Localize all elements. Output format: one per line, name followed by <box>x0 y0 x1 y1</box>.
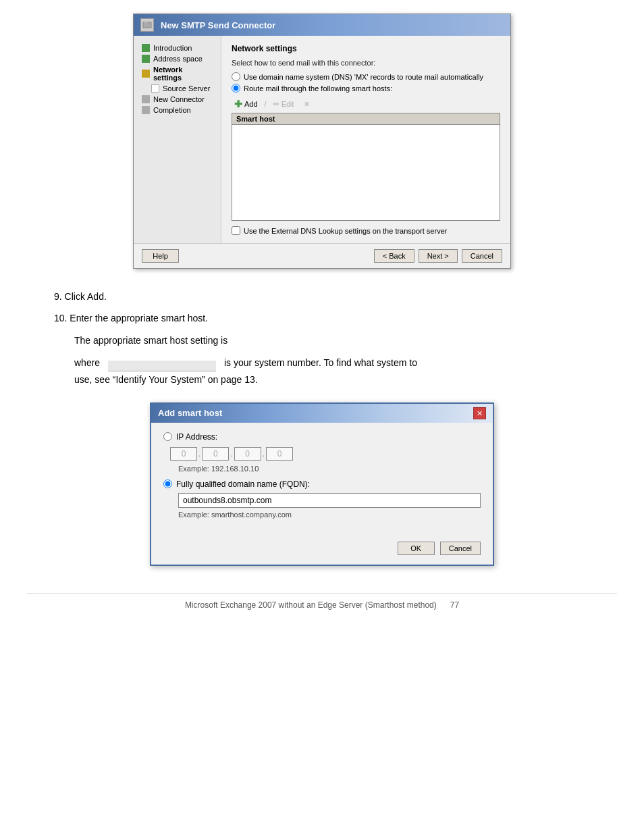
body-content: 9. Click Add. 10. Enter the appropriate … <box>27 289 617 389</box>
radio-smarthost[interactable] <box>232 84 240 93</box>
dialog-title: New SMTP Send Connector <box>161 20 275 30</box>
add-dialog-close[interactable]: ✕ <box>473 407 486 419</box>
add-dialog-titlebar: Add smart host ✕ <box>151 404 493 423</box>
help-button[interactable]: Help <box>142 249 179 263</box>
page-footer: Microsoft Exchange 2007 without an Edge … <box>27 593 617 610</box>
fqdn-example: Example: smarthost.company.com <box>178 511 481 519</box>
smarthost-listbox[interactable]: Smart host <box>232 113 500 221</box>
sidebar-item-address-space[interactable]: Address space <box>139 53 215 64</box>
connector-icon <box>142 95 150 103</box>
next-button[interactable]: Next > <box>419 249 458 263</box>
edit-button[interactable]: ✏ Edit <box>271 99 297 109</box>
where-line3: use, see “Identify Your System” on page … <box>74 374 258 385</box>
intro-icon <box>142 44 150 52</box>
add-button[interactable]: ✚ Add <box>232 98 261 110</box>
ip-field-4[interactable] <box>266 447 293 461</box>
external-dns-checkbox[interactable] <box>232 226 240 235</box>
smtp-dialog-wrapper: New SMTP Send Connector Introduction Add… <box>27 14 617 269</box>
ip-dot-1: . <box>197 449 202 459</box>
network-icon <box>142 70 150 78</box>
ok-button[interactable]: OK <box>398 542 435 555</box>
delete-button[interactable]: ✕ <box>301 99 313 109</box>
ip-dot-2: . <box>229 449 234 459</box>
dialog-sidebar: Introduction Address space Network setti… <box>134 36 221 243</box>
add-label: Add <box>244 100 258 108</box>
appropriate-setting-text: The appropriate smart host setting is <box>74 333 590 348</box>
footer-left: Help <box>142 249 370 263</box>
toolbar-sep1: / <box>265 100 267 108</box>
add-icon: ✚ <box>234 99 242 109</box>
edit-icon: ✏ <box>273 100 279 109</box>
source-icon <box>151 84 159 93</box>
step9-text: 9. Click Add. <box>54 291 107 302</box>
sidebar-item-source-server[interactable]: Source Server <box>139 83 215 94</box>
radio-dns[interactable] <box>232 72 240 81</box>
radio-smarthost-row[interactable]: Route mail through the following smart h… <box>232 84 500 93</box>
dialog-content: Network settings Select how to send mail… <box>221 36 510 243</box>
network-section-title: Network settings <box>232 44 500 53</box>
add-dialog-title: Add smart host <box>158 408 222 418</box>
step10-text: 10. Enter the appropriate smart host. <box>54 313 208 323</box>
fqdn-option-row: Fully qualified domain name (FQDN): <box>163 479 481 489</box>
ip-field-3[interactable] <box>234 447 261 461</box>
fqdn-label: Fully qualified domain name (FQDN): <box>176 479 310 489</box>
dialog-titlebar: New SMTP Send Connector <box>134 14 510 36</box>
ip-field-1[interactable] <box>170 447 197 461</box>
delete-icon: ✕ <box>304 100 310 109</box>
fqdn-input[interactable] <box>178 493 481 508</box>
add-dialog-body: IP Address: . . . Example: 192.168.10.10… <box>151 423 493 535</box>
external-dns-label: Use the External DNS Lookup settings on … <box>244 227 447 235</box>
add-dialog-wrapper: Add smart host ✕ IP Address: . . . Examp… <box>27 402 617 566</box>
ip-address-label: IP Address: <box>176 432 217 442</box>
page-number: 77 <box>450 600 459 610</box>
svg-rect-1 <box>144 21 147 23</box>
where-block: where is your system number. To find wha… <box>74 355 590 388</box>
edit-label: Edit <box>281 100 294 108</box>
smtp-dialog: New SMTP Send Connector Introduction Add… <box>133 14 511 269</box>
ip-address-option-row: IP Address: <box>163 432 481 442</box>
radio-fqdn[interactable] <box>163 479 172 488</box>
cancel-button[interactable]: Cancel <box>462 249 502 263</box>
radio-dns-label: Use domain name system (DNS) 'MX' record… <box>244 73 483 81</box>
step9: 9. Click Add. <box>54 289 590 304</box>
ip-dot-3: . <box>261 449 266 459</box>
sidebar-item-completion[interactable]: Completion <box>139 105 215 115</box>
add-dialog-footer: OK Cancel <box>151 535 493 565</box>
back-button[interactable]: < Back <box>374 249 414 263</box>
footer-text: Microsoft Exchange 2007 without an Edge … <box>185 600 437 610</box>
address-icon <box>142 55 150 63</box>
network-desc: Select how to send mail with this connec… <box>232 59 500 67</box>
sidebar-item-introduction[interactable]: Introduction <box>139 43 215 53</box>
completion-icon <box>142 106 150 114</box>
where-blank <box>108 361 216 371</box>
listbox-header: Smart host <box>232 113 500 125</box>
svg-rect-0 <box>143 22 151 28</box>
ip-example: Example: 192.168.10.10 <box>178 465 481 473</box>
add-cancel-button[interactable]: Cancel <box>440 542 481 555</box>
sidebar-item-new-connector[interactable]: New Connector <box>139 94 215 105</box>
ip-fields: . . . <box>170 447 481 461</box>
dialog-body: Introduction Address space Network setti… <box>134 36 510 243</box>
dialog-footer: Help < Back Next > Cancel <box>134 243 510 268</box>
where-line2: is your system number. To find what syst… <box>224 357 417 368</box>
dialog-title-icon <box>140 18 154 32</box>
step10: 10. Enter the appropriate smart host. <box>54 311 590 325</box>
fqdn-input-wrapper <box>163 493 481 508</box>
radio-smarthost-label: Route mail through the following smart h… <box>244 84 392 93</box>
where-label: where <box>74 357 100 368</box>
smarthost-toolbar: ✚ Add / ✏ Edit ✕ <box>232 98 500 110</box>
ip-field-2[interactable] <box>202 447 229 461</box>
add-smart-host-dialog: Add smart host ✕ IP Address: . . . Examp… <box>150 402 494 566</box>
sidebar-item-network-settings[interactable]: Network settings <box>139 64 215 83</box>
radio-ip-address[interactable] <box>163 432 172 441</box>
radio-dns-row[interactable]: Use domain name system (DNS) 'MX' record… <box>232 72 500 81</box>
external-dns-row[interactable]: Use the External DNS Lookup settings on … <box>232 226 500 235</box>
